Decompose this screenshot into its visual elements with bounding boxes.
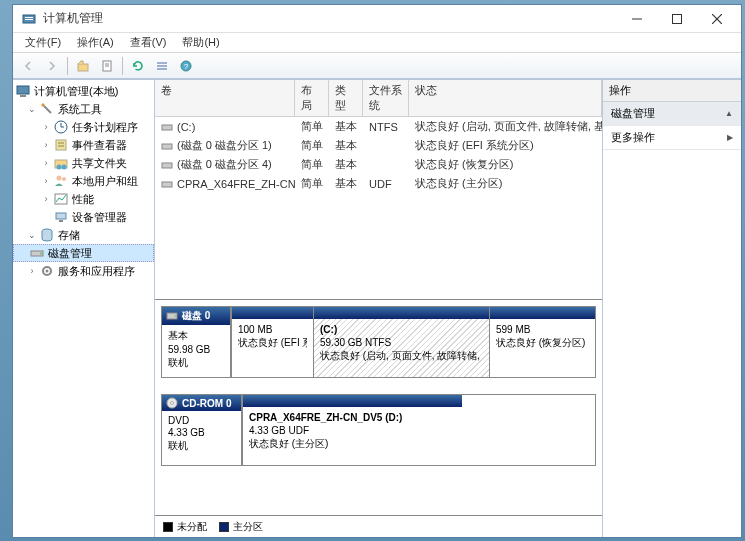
svg-rect-38 <box>162 144 172 149</box>
toolbar-separator <box>67 57 68 75</box>
clock-icon <box>53 119 69 135</box>
tree-disk-management[interactable]: 磁盘管理 <box>13 244 154 262</box>
partition[interactable]: (C:)59.30 GB NTFS状态良好 (启动, 页面文件, 故障转储, 基… <box>313 307 489 377</box>
folder-share-icon <box>53 155 69 171</box>
collapse-toggle[interactable]: ⌄ <box>25 102 39 116</box>
tree-label: 服务和应用程序 <box>58 264 135 279</box>
partition[interactable]: 599 MB状态良好 (恢复分区) <box>489 307 595 377</box>
help-button[interactable]: ? <box>175 55 197 77</box>
disk-info: CD-ROM 0DVD4.33 GB联机 <box>162 395 242 465</box>
cell-volume: (C:) <box>155 118 295 135</box>
cell-layout: 简单 <box>295 175 329 192</box>
svg-rect-39 <box>162 163 172 168</box>
partition[interactable]: 100 MB状态良好 (EFI 系 <box>231 307 313 377</box>
titlebar: 计算机管理 <box>13 5 741 33</box>
menu-action[interactable]: 操作(A) <box>69 33 122 52</box>
expand-toggle[interactable]: › <box>39 138 53 152</box>
svg-rect-40 <box>162 182 172 187</box>
computer-icon <box>15 83 31 99</box>
expand-toggle[interactable]: › <box>39 156 53 170</box>
svg-point-42 <box>174 315 176 317</box>
volume-row[interactable]: (磁盘 0 磁盘分区 1)简单基本状态良好 (EFI 系统分区) <box>155 136 602 155</box>
tree-performance[interactable]: › 性能 <box>13 190 154 208</box>
menu-help[interactable]: 帮助(H) <box>174 33 227 52</box>
expand-toggle[interactable]: › <box>39 174 53 188</box>
device-icon <box>53 209 69 225</box>
tree-label: 磁盘管理 <box>48 246 92 261</box>
workarea: 计算机管理(本地) ⌄ 系统工具 › 任务计划程序 › 事件查看器 › 共享文件… <box>13 79 741 537</box>
collapse-toggle[interactable]: ⌄ <box>25 228 39 242</box>
legend-swatch-black <box>163 522 173 532</box>
svg-point-26 <box>62 165 67 170</box>
header-filesystem[interactable]: 文件系统 <box>363 80 409 116</box>
volume-list[interactable]: 卷 布局 类型 文件系统 状态 (C:)简单基本NTFS状态良好 (启动, 页面… <box>155 80 602 300</box>
volume-row[interactable]: CPRA_X64FRE_ZH-CN_DV5 (D:)简单基本UDF状态良好 (主… <box>155 174 602 193</box>
actions-header: 操作 <box>603 80 741 102</box>
svg-rect-1 <box>25 17 33 18</box>
cell-fs: NTFS <box>363 118 409 135</box>
menu-file[interactable]: 文件(F) <box>17 33 69 52</box>
volume-list-header: 卷 布局 类型 文件系统 状态 <box>155 80 602 117</box>
back-button[interactable] <box>17 55 39 77</box>
minimize-button[interactable] <box>617 6 657 32</box>
toolbar-separator <box>122 57 123 75</box>
list-view-button[interactable] <box>151 55 173 77</box>
cell-status: 状态良好 (主分区) <box>409 175 602 192</box>
properties-button[interactable] <box>96 55 118 77</box>
tree-event-viewer[interactable]: › 事件查看器 <box>13 136 154 154</box>
disk-graph-pane[interactable]: 磁盘 0基本59.98 GB联机100 MB状态良好 (EFI 系(C:)59.… <box>155 300 602 515</box>
volume-row[interactable]: (C:)简单基本NTFS状态良好 (启动, 页面文件, 故障转储, 基本数据分 <box>155 117 602 136</box>
expand-toggle[interactable]: › <box>39 120 53 134</box>
disk-block[interactable]: CD-ROM 0DVD4.33 GB联机CPRA_X64FRE_ZH-CN_DV… <box>161 394 596 466</box>
tree-task-scheduler[interactable]: › 任务计划程序 <box>13 118 154 136</box>
partition-body: CPRA_X64FRE_ZH-CN_DV5 (D:)4.33 GB UDF状态良… <box>243 407 462 465</box>
svg-point-36 <box>46 270 49 273</box>
spacer <box>15 246 29 260</box>
maximize-button[interactable] <box>657 6 697 32</box>
tree-system-tools[interactable]: ⌄ 系统工具 <box>13 100 154 118</box>
svg-point-34 <box>40 253 42 255</box>
volume-row[interactable]: (磁盘 0 磁盘分区 4)简单基本状态良好 (恢复分区) <box>155 155 602 174</box>
forward-button[interactable] <box>41 55 63 77</box>
performance-icon <box>53 191 69 207</box>
menu-view[interactable]: 查看(V) <box>122 33 175 52</box>
tree-services-apps[interactable]: › 服务和应用程序 <box>13 262 154 280</box>
partition-body: 599 MB状态良好 (恢复分区) <box>490 319 595 377</box>
tree-device-manager[interactable]: 设备管理器 <box>13 208 154 226</box>
cell-fs: UDF <box>363 175 409 192</box>
partition[interactable]: CPRA_X64FRE_ZH-CN_DV5 (D:)4.33 GB UDF状态良… <box>242 395 462 465</box>
legend-swatch-blue <box>219 522 229 532</box>
spacer <box>39 210 53 224</box>
action-more-actions[interactable]: 更多操作 ▶ <box>603 126 741 150</box>
tree-label: 设备管理器 <box>72 210 127 225</box>
services-icon <box>39 263 55 279</box>
header-volume[interactable]: 卷 <box>155 80 295 116</box>
action-disk-management[interactable]: 磁盘管理 ▲ <box>603 102 741 126</box>
tree-local-users[interactable]: › 本地用户和组 <box>13 172 154 190</box>
partition-header <box>490 307 595 319</box>
window-controls <box>617 6 737 32</box>
header-layout[interactable]: 布局 <box>295 80 329 116</box>
svg-rect-16 <box>17 86 29 94</box>
svg-point-44 <box>171 402 174 405</box>
tree-root[interactable]: 计算机管理(本地) <box>13 82 154 100</box>
tree-pane[interactable]: 计算机管理(本地) ⌄ 系统工具 › 任务计划程序 › 事件查看器 › 共享文件… <box>13 80 155 537</box>
cell-fs <box>363 137 409 154</box>
header-type[interactable]: 类型 <box>329 80 363 116</box>
svg-rect-30 <box>56 213 66 219</box>
up-level-button[interactable] <box>72 55 94 77</box>
header-status[interactable]: 状态 <box>409 80 602 116</box>
disk-partitions: 100 MB状态良好 (EFI 系(C:)59.30 GB NTFS状态良好 (… <box>231 307 595 377</box>
refresh-button[interactable] <box>127 55 149 77</box>
tree-shared-folders[interactable]: › 共享文件夹 <box>13 154 154 172</box>
expand-toggle[interactable]: › <box>39 192 53 206</box>
tree-label: 共享文件夹 <box>72 156 127 171</box>
expand-toggle[interactable]: › <box>25 264 39 278</box>
close-button[interactable] <box>697 6 737 32</box>
svg-point-25 <box>57 165 62 170</box>
legend-label: 主分区 <box>233 520 263 534</box>
disk-block[interactable]: 磁盘 0基本59.98 GB联机100 MB状态良好 (EFI 系(C:)59.… <box>161 306 596 378</box>
tree-storage[interactable]: ⌄ 存储 <box>13 226 154 244</box>
actions-pane: 操作 磁盘管理 ▲ 更多操作 ▶ <box>603 80 741 537</box>
cell-layout: 简单 <box>295 118 329 135</box>
